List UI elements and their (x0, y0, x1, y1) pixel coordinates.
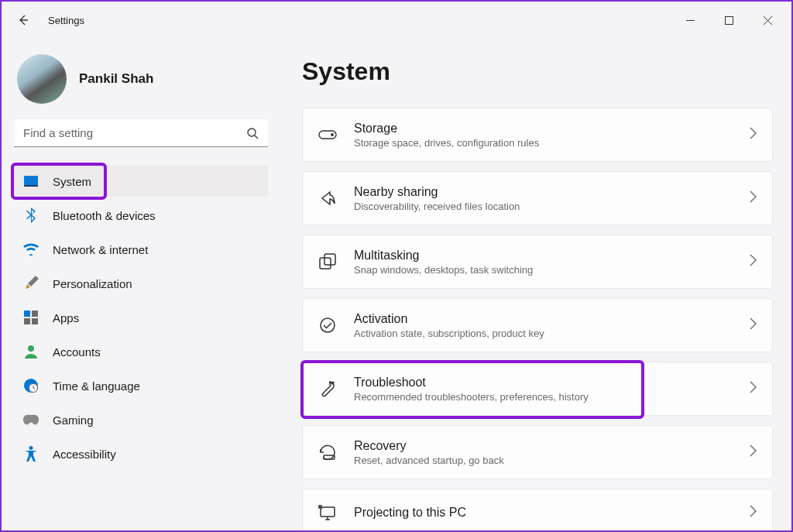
wrench-icon (318, 379, 337, 398)
card-title: Storage (354, 122, 733, 136)
chevron-right-icon (750, 505, 757, 520)
nav-item-label: Apps (53, 311, 79, 324)
card-activation[interactable]: Activation Activation state, subscriptio… (302, 298, 773, 352)
person-icon (23, 344, 39, 359)
window-title: Settings (48, 15, 84, 26)
svg-line-5 (255, 136, 258, 139)
nav-item-label: System (53, 175, 91, 188)
svg-point-21 (321, 318, 335, 332)
chevron-right-icon (750, 127, 757, 142)
nav-item-accounts[interactable]: Accounts (14, 336, 268, 367)
globe-clock-icon (23, 378, 39, 393)
card-subtitle: Recommended troubleshooters, preferences… (354, 391, 733, 403)
svg-point-4 (248, 129, 256, 136)
nav-item-label: Accessibility (53, 448, 116, 461)
card-nearby-sharing[interactable]: Nearby sharing Discoverability, received… (302, 171, 773, 225)
paintbrush-icon (23, 276, 39, 291)
nav-item-label: Bluetooth & devices (53, 209, 156, 222)
wifi-icon (23, 242, 39, 257)
accessibility-icon (23, 446, 39, 462)
svg-rect-20 (324, 254, 335, 265)
nav-item-label: Network & internet (53, 243, 148, 256)
nav-item-label: Personalization (53, 277, 132, 290)
close-button[interactable] (750, 8, 785, 33)
avatar (17, 54, 67, 104)
arrow-left-icon (17, 14, 29, 26)
sidebar: Pankil Shah System Bluetooth & devices (2, 39, 280, 530)
card-multitasking[interactable]: Multitasking Snap windows, desktops, tas… (302, 235, 773, 289)
nav-item-apps[interactable]: Apps (14, 302, 268, 333)
project-icon (318, 503, 337, 522)
user-block[interactable]: Pankil Shah (17, 54, 265, 104)
card-title: Recovery (354, 439, 733, 453)
minimize-icon (686, 16, 695, 25)
titlebar: Settings (2, 2, 791, 39)
nav-item-system[interactable]: System (14, 166, 268, 197)
card-subtitle: Discoverability, received files location (354, 201, 733, 212)
chevron-right-icon (750, 317, 757, 333)
svg-point-18 (331, 134, 333, 136)
chevron-right-icon (750, 190, 757, 206)
minimize-button[interactable] (672, 8, 708, 33)
chevron-right-icon (750, 444, 757, 460)
main-panel: System Storage Storage space, drives, co… (280, 39, 791, 530)
nav-item-label: Time & language (53, 379, 140, 393)
search-box[interactable] (14, 119, 268, 147)
card-title: Nearby sharing (354, 185, 733, 199)
svg-point-16 (29, 446, 33, 450)
svg-rect-9 (32, 311, 38, 317)
svg-rect-6 (24, 176, 38, 185)
svg-point-12 (28, 345, 34, 352)
svg-rect-8 (24, 311, 30, 317)
card-projecting[interactable]: Projecting to this PC (302, 489, 773, 530)
apps-icon (23, 310, 39, 325)
close-icon (764, 16, 772, 25)
card-title: Troubleshoot (354, 376, 733, 390)
recovery-icon (318, 443, 337, 462)
card-subtitle: Storage space, drives, configuration rul… (354, 137, 733, 149)
nav-item-personalization[interactable]: Personalization (14, 268, 268, 299)
chevron-right-icon (750, 381, 757, 396)
svg-rect-7 (24, 185, 38, 187)
nav-item-accessibility[interactable]: Accessibility (14, 438, 268, 469)
nav-item-label: Accounts (53, 345, 101, 359)
page-title: System (302, 57, 773, 86)
card-title: Multitasking (354, 249, 733, 263)
nav-item-gaming[interactable]: Gaming (14, 404, 268, 435)
svg-rect-23 (321, 507, 335, 517)
maximize-icon (725, 16, 733, 25)
nav-item-network[interactable]: Network & internet (14, 234, 268, 265)
nav-item-bluetooth[interactable]: Bluetooth & devices (14, 200, 268, 231)
card-subtitle: Snap windows, desktops, task switching (354, 264, 733, 276)
nav-list: System Bluetooth & devices Network & int… (14, 166, 268, 469)
maximize-button[interactable] (711, 8, 747, 33)
card-recovery[interactable]: Recovery Reset, advanced startup, go bac… (302, 425, 773, 479)
settings-list: Storage Storage space, drives, configura… (302, 108, 773, 530)
multitask-icon (318, 252, 337, 271)
card-subtitle: Reset, advanced startup, go back (354, 455, 733, 466)
card-subtitle: Activation state, subscriptions, product… (354, 328, 733, 339)
card-title: Projecting to this PC (354, 506, 733, 520)
svg-rect-11 (32, 318, 38, 324)
share-icon (318, 189, 337, 208)
gamepad-icon (23, 412, 39, 427)
checkmark-circle-icon (318, 316, 337, 335)
svg-rect-19 (320, 258, 331, 269)
svg-rect-10 (24, 318, 30, 324)
search-icon (246, 127, 259, 139)
card-troubleshoot[interactable]: Troubleshoot Recommended troubleshooters… (302, 362, 773, 416)
user-name: Pankil Shah (79, 71, 153, 87)
card-storage[interactable]: Storage Storage space, drives, configura… (302, 108, 773, 162)
search-input[interactable] (23, 126, 246, 139)
svg-rect-1 (725, 16, 733, 24)
bluetooth-icon (23, 208, 39, 223)
nav-item-time-language[interactable]: Time & language (14, 370, 268, 401)
storage-icon (318, 125, 337, 144)
window-controls (672, 8, 785, 33)
card-title: Activation (354, 312, 733, 326)
nav-item-label: Gaming (53, 414, 94, 427)
system-icon (23, 173, 39, 189)
back-button[interactable] (8, 5, 39, 36)
chevron-right-icon (750, 254, 757, 269)
